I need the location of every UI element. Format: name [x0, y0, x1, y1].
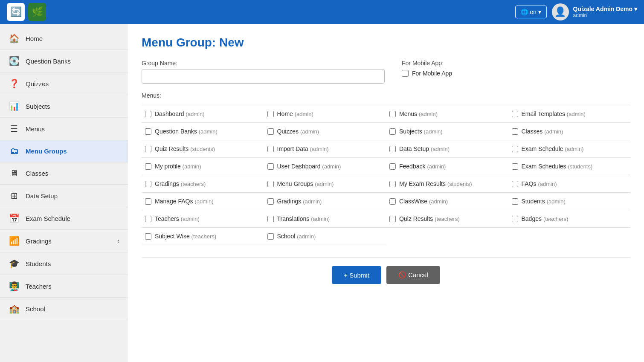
- menu-checkbox-18[interactable]: [389, 181, 396, 187]
- menu-checkbox-21[interactable]: [267, 198, 274, 205]
- menu-checkbox-10[interactable]: [389, 146, 396, 152]
- menu-checkbox-23[interactable]: [512, 198, 518, 205]
- menu-checkbox-29[interactable]: [267, 233, 274, 240]
- sidebar-item-home[interactable]: 🏠Home: [0, 27, 128, 50]
- cancel-button[interactable]: 🚫 Cancel: [386, 266, 440, 284]
- menu-item-label-26: Quiz Results (teachers): [399, 215, 460, 222]
- menu-checkbox-4[interactable]: [145, 128, 151, 135]
- submit-button[interactable]: + Submit: [332, 266, 381, 284]
- menu-checkbox-3[interactable]: [512, 111, 518, 117]
- sidebar-label-teachers: Teachers: [26, 283, 52, 290]
- sidebar-item-quizzes[interactable]: ❓Quizzes: [0, 72, 128, 95]
- sidebar-item-students[interactable]: 🎓Students: [0, 252, 128, 275]
- menu-item-role-10: (admin): [431, 146, 450, 152]
- menu-item: My Exam Results (students): [386, 175, 508, 193]
- sidebar-item-gradings[interactable]: 📶Gradings‹: [0, 230, 128, 252]
- menu-item-label-9: Import Data (admin): [277, 145, 329, 152]
- menu-checkbox-1[interactable]: [267, 111, 274, 117]
- logo-1: 🔄: [7, 3, 25, 21]
- menu-item-role-4: (admin): [199, 128, 218, 135]
- sidebar-label-exam-schedule: Exam Schedule: [26, 215, 70, 222]
- menu-checkbox-20[interactable]: [145, 198, 151, 205]
- menu-item-role-11: (admin): [565, 146, 583, 152]
- sidebar-item-data-setup[interactable]: ⊞Data Setup: [0, 185, 128, 207]
- menu-checkbox-12[interactable]: [145, 163, 151, 170]
- sidebar-item-exam-schedule[interactable]: 📅Exam Schedule: [0, 207, 128, 230]
- header-logos: 🔄 🌿: [7, 3, 46, 21]
- menu-checkbox-0[interactable]: [145, 111, 151, 117]
- menu-item-role-9: (admin): [310, 146, 329, 152]
- mobile-check-row: For Mobile App: [402, 70, 452, 77]
- menu-checkbox-14[interactable]: [389, 163, 396, 170]
- sidebar-item-school[interactable]: 🏫School: [0, 298, 128, 320]
- menu-checkbox-17[interactable]: [267, 181, 274, 187]
- menu-item: ClassWise (admin): [386, 193, 508, 210]
- menu-item-label-2: Menus (admin): [399, 110, 438, 117]
- user-menu[interactable]: 👤 Quizale Admin Demo ▾ admin: [552, 3, 637, 20]
- menu-item: Data Setup (admin): [386, 140, 508, 158]
- menu-item: Manage FAQs (admin): [142, 193, 264, 210]
- menu-checkbox-22[interactable]: [389, 198, 396, 205]
- menu-checkbox-24[interactable]: [145, 216, 151, 222]
- sidebar-item-menu-groups[interactable]: 🗂Menu Groups: [0, 140, 128, 162]
- menu-item-label-19: FAQs (admin): [522, 180, 557, 187]
- menu-checkbox-28[interactable]: [145, 233, 151, 240]
- sidebar-label-home: Home: [26, 35, 43, 42]
- menu-checkbox-13[interactable]: [267, 163, 274, 170]
- menu-checkbox-26[interactable]: [389, 216, 396, 222]
- menu-checkbox-27[interactable]: [512, 216, 518, 222]
- group-name-group: Group Name:: [142, 60, 385, 84]
- sidebar-item-question-banks[interactable]: 💽Question Banks: [0, 50, 128, 72]
- menu-item-label-28: Subject Wise (teachers): [155, 233, 216, 240]
- menu-item: Quiz Results (students): [142, 140, 264, 158]
- menu-item: School (admin): [264, 228, 386, 245]
- user-role: admin: [573, 12, 637, 18]
- menu-item-role-3: (admin): [567, 111, 586, 117]
- menu-item-label-15: Exam Schedules (students): [522, 163, 593, 170]
- group-name-input[interactable]: [142, 69, 385, 84]
- mobile-section-label: For Mobile App:: [402, 60, 452, 67]
- group-name-label: Group Name:: [142, 60, 385, 67]
- menu-item: Gradings (admin): [264, 193, 386, 210]
- menu-item-label-5: Quizzes (admin): [277, 128, 319, 135]
- sidebar-item-classes[interactable]: 🖥Classes: [0, 162, 128, 185]
- menu-checkbox-5[interactable]: [267, 128, 274, 135]
- language-button[interactable]: 🌐 en ▾: [515, 6, 546, 18]
- menu-item-label-6: Subjects (admin): [399, 128, 443, 135]
- menu-item: Menu Groups (admin): [264, 175, 386, 193]
- teachers-icon: 👨‍🏫: [9, 281, 20, 291]
- menu-item: My profile (admin): [142, 158, 264, 175]
- form-buttons: + Submit 🚫 Cancel: [142, 257, 630, 284]
- menu-item-label-14: Feedback (admin): [399, 163, 446, 170]
- menu-item-role-24: (admin): [181, 216, 200, 222]
- menu-item-label-8: Quiz Results (students): [155, 145, 215, 152]
- menu-item: User Dashboard (admin): [264, 158, 386, 175]
- menu-checkbox-9[interactable]: [267, 146, 274, 152]
- sidebar-item-subjects[interactable]: 📊Subjects: [0, 95, 128, 118]
- sidebar-item-menus[interactable]: ☰Menus: [0, 118, 128, 140]
- app-header: 🔄 🌿 🌐 en ▾ 👤 Quizale Admin Demo ▾ admin: [0, 0, 644, 24]
- menu-item: Classes (admin): [508, 123, 631, 140]
- menu-item: Question Banks (admin): [142, 123, 264, 140]
- menu-checkbox-11[interactable]: [512, 146, 518, 152]
- menu-checkbox-7[interactable]: [512, 128, 518, 135]
- menu-checkbox-25[interactable]: [267, 216, 274, 222]
- students-icon: 🎓: [9, 258, 20, 269]
- menu-checkbox-6[interactable]: [389, 128, 396, 135]
- menu-item-role-0: (admin): [186, 111, 204, 117]
- menu-checkbox-2[interactable]: [389, 111, 396, 117]
- menu-item-role-2: (admin): [419, 111, 438, 117]
- quizzes-icon: ❓: [9, 78, 20, 89]
- data-setup-icon: ⊞: [9, 191, 20, 201]
- menu-item-role-25: (admin): [311, 216, 330, 222]
- menu-item-role-16: (teachers): [181, 181, 206, 187]
- menu-item: Gradings (teachers): [142, 175, 264, 193]
- mobile-app-checkbox[interactable]: [402, 70, 409, 77]
- menu-checkbox-8[interactable]: [145, 146, 151, 152]
- menu-item: Translations (admin): [264, 210, 386, 228]
- main-content: Menu Group: New Group Name: For Mobile A…: [128, 24, 644, 362]
- menu-checkbox-19[interactable]: [512, 181, 518, 187]
- menu-checkbox-15[interactable]: [512, 163, 518, 170]
- sidebar-item-teachers[interactable]: 👨‍🏫Teachers: [0, 275, 128, 298]
- menu-checkbox-16[interactable]: [145, 181, 151, 187]
